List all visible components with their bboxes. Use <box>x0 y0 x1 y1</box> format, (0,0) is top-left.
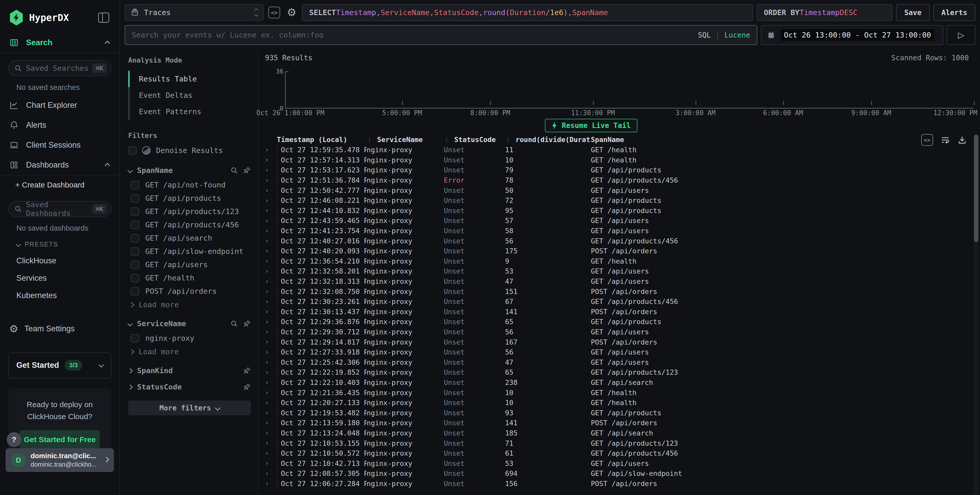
row-expand-icon[interactable]: › <box>265 429 277 436</box>
row-expand-icon[interactable]: › <box>265 298 277 305</box>
row-expand-icon[interactable]: › <box>265 217 277 224</box>
table-row[interactable]: ›Oct 27 12:29:14.817 PMnginx-proxyUnset1… <box>265 337 980 347</box>
get-started-panel[interactable]: Get Started 3/3 <box>8 352 111 378</box>
table-row[interactable]: ›Oct 27 12:10:53.155 PMnginx-proxyUnset7… <box>265 438 980 448</box>
more-filters-button[interactable]: More filters <box>128 401 251 415</box>
table-row[interactable]: ›Oct 27 12:08:57.305 PMnginx-proxyUnset6… <box>265 468 980 479</box>
table-row[interactable]: ›Oct 27 12:50:42.777 PMnginx-proxyUnset5… <box>265 185 980 196</box>
table-row[interactable]: ›Oct 27 12:25:42.306 PMnginx-proxyUnset4… <box>265 357 980 367</box>
table-row[interactable]: ›Oct 27 12:57:14.313 PMnginx-proxyUnset1… <box>265 155 980 165</box>
table-row[interactable]: ›Oct 27 12:27:33.918 PMnginx-proxyUnset5… <box>265 347 980 357</box>
denoise-results-checkbox[interactable]: Denoise Results <box>128 146 251 155</box>
column-header-statuscode[interactable]: ⋮StatusCode <box>444 135 505 143</box>
save-button[interactable]: Save <box>896 4 929 21</box>
filter-value-checkbox[interactable]: GET /api/not-found <box>128 178 251 191</box>
table-row[interactable]: ›Oct 27 12:32:08.750 PMnginx-proxyUnset1… <box>265 286 980 296</box>
checkbox[interactable] <box>131 181 139 189</box>
row-expand-icon[interactable]: › <box>265 146 277 153</box>
row-expand-icon[interactable]: › <box>265 288 277 295</box>
row-expand-icon[interactable]: › <box>265 227 277 234</box>
source-settings-button[interactable]: ⚙ <box>285 6 299 19</box>
row-expand-icon[interactable]: › <box>265 187 277 194</box>
filter-value-checkbox[interactable]: GET /api/products <box>128 191 251 205</box>
row-expand-icon[interactable]: › <box>265 439 277 447</box>
checkbox[interactable] <box>128 146 137 155</box>
column-drag-handle[interactable]: ⋮ <box>367 136 372 143</box>
filter-group-statuscode[interactable]: StatusCode <box>128 383 251 391</box>
table-row[interactable]: ›Oct 27 12:51:36.784 PMnginx-proxyError7… <box>265 175 980 185</box>
preset-item-services[interactable]: Services <box>0 269 119 287</box>
checkbox[interactable] <box>131 247 139 256</box>
column-drag-handle[interactable]: ⋮ <box>505 136 511 143</box>
sidebar-item-chart-explorer[interactable]: Chart Explorer <box>0 95 119 115</box>
table-row[interactable]: ›Oct 27 12:32:18.313 PMnginx-proxyUnset4… <box>265 276 980 286</box>
chevron-up-icon[interactable] <box>105 38 109 47</box>
help-button[interactable]: ? <box>6 432 21 447</box>
sidebar-item-search[interactable]: Search <box>0 33 119 53</box>
table-row[interactable]: ›Oct 27 12:30:23.261 PMnginx-proxyUnset6… <box>265 296 980 307</box>
checkbox[interactable] <box>131 334 139 342</box>
filter-value-checkbox[interactable]: GET /api/slow-endpoint <box>128 245 251 258</box>
user-menu[interactable]: D dominic.tran@clic... dominic.tran@clic… <box>6 448 114 472</box>
row-expand-icon[interactable]: › <box>265 258 277 264</box>
row-expand-icon[interactable]: › <box>265 207 277 214</box>
column-header-duration[interactable]: ⋮round(divide(Duration, <box>505 135 591 143</box>
pin-icon[interactable] <box>243 383 251 391</box>
select-columns-input[interactable]: SELECT Timestamp,ServiceName,StatusCode,… <box>302 4 753 21</box>
source-select[interactable]: Traces <box>125 4 264 21</box>
row-expand-icon[interactable]: › <box>265 480 277 487</box>
scrollbar-thumb[interactable] <box>974 135 978 242</box>
checkbox[interactable] <box>131 287 139 296</box>
table-row[interactable]: ›Oct 27 12:30:13.437 PMnginx-proxyUnset1… <box>265 307 980 317</box>
filter-value-checkbox[interactable]: GET /api/users <box>128 258 251 271</box>
row-expand-icon[interactable]: › <box>265 399 277 406</box>
pin-icon[interactable] <box>243 367 251 374</box>
resume-live-tail-button[interactable]: Resume Live Tail <box>545 119 637 132</box>
row-expand-icon[interactable]: › <box>265 338 277 345</box>
presets-section-toggle[interactable]: PRESETS <box>0 236 119 252</box>
table-row[interactable]: ›Oct 27 12:41:23.754 PMnginx-proxyUnset5… <box>265 226 980 236</box>
table-row[interactable]: ›Oct 27 12:20:27.133 PMnginx-proxyUnset1… <box>265 398 980 408</box>
table-row[interactable]: ›Oct 27 12:44:10.832 PMnginx-proxyUnset9… <box>265 205 980 216</box>
table-row[interactable]: ›Oct 27 12:40:20.093 PMnginx-proxyUnset1… <box>265 246 980 256</box>
row-expand-icon[interactable]: › <box>265 369 277 376</box>
filter-group-spankind[interactable]: SpanKind <box>128 366 251 375</box>
edit-sql-icon-button[interactable]: <> <box>267 6 281 19</box>
create-dashboard-button[interactable]: + Create Dashboard <box>0 175 119 194</box>
view-raw-icon-button[interactable]: <> <box>921 134 933 146</box>
row-expand-icon[interactable]: › <box>265 177 277 184</box>
table-row[interactable]: ›Oct 27 12:13:59.180 PMnginx-proxyUnset1… <box>265 418 980 428</box>
row-expand-icon[interactable]: › <box>265 349 277 356</box>
get-started-free-button[interactable]: Get Started for Free <box>20 430 100 449</box>
table-row[interactable]: ›Oct 27 12:22:10.403 PMnginx-proxyUnset2… <box>265 377 980 388</box>
checkbox[interactable] <box>131 274 139 282</box>
load-more-button[interactable]: Load more <box>128 298 251 312</box>
table-row[interactable]: ›Oct 27 12:32:58.201 PMnginx-proxyUnset5… <box>265 266 980 276</box>
alerts-button[interactable]: Alerts <box>933 4 975 21</box>
checkbox[interactable] <box>131 261 139 269</box>
row-expand-icon[interactable]: › <box>265 268 277 275</box>
row-expand-icon[interactable]: › <box>265 460 277 467</box>
row-expand-icon[interactable]: › <box>265 237 277 244</box>
row-expand-icon[interactable]: › <box>265 308 277 315</box>
row-expand-icon[interactable]: › <box>265 247 277 255</box>
table-row[interactable]: ›Oct 27 12:13:24.048 PMnginx-proxyUnset1… <box>265 428 980 438</box>
row-expand-icon[interactable]: › <box>265 197 277 204</box>
table-row[interactable]: ›Oct 27 12:40:27.016 PMnginx-proxyUnset5… <box>265 236 980 246</box>
filter-group-spanname[interactable]: SpanName <box>128 166 251 175</box>
checkbox[interactable] <box>131 207 139 216</box>
table-row[interactable]: ›Oct 27 12:22:19.852 PMnginx-proxyUnset6… <box>265 367 980 377</box>
saved-searches-input[interactable]: Saved Searches ⌘K <box>8 60 111 76</box>
row-expand-icon[interactable]: › <box>265 379 277 386</box>
table-row[interactable]: ›Oct 27 12:53:17.623 PMnginx-proxyUnset7… <box>265 165 980 175</box>
row-expand-icon[interactable]: › <box>265 359 277 366</box>
search-icon[interactable] <box>230 167 238 174</box>
analysis-mode-event-deltas[interactable]: Event Deltas <box>130 87 251 103</box>
filter-value-checkbox[interactable]: GET /health <box>128 271 251 285</box>
sql-mode-toggle[interactable]: SQL <box>698 31 711 39</box>
table-row[interactable]: ›Oct 27 12:43:59.465 PMnginx-proxyUnset5… <box>265 216 980 226</box>
filter-value-checkbox[interactable]: GET /api/search <box>128 231 251 245</box>
row-expand-icon[interactable]: › <box>265 318 277 325</box>
column-header-timestamp[interactable]: Timestamp (Local) <box>277 135 367 143</box>
pin-icon[interactable] <box>243 167 251 174</box>
